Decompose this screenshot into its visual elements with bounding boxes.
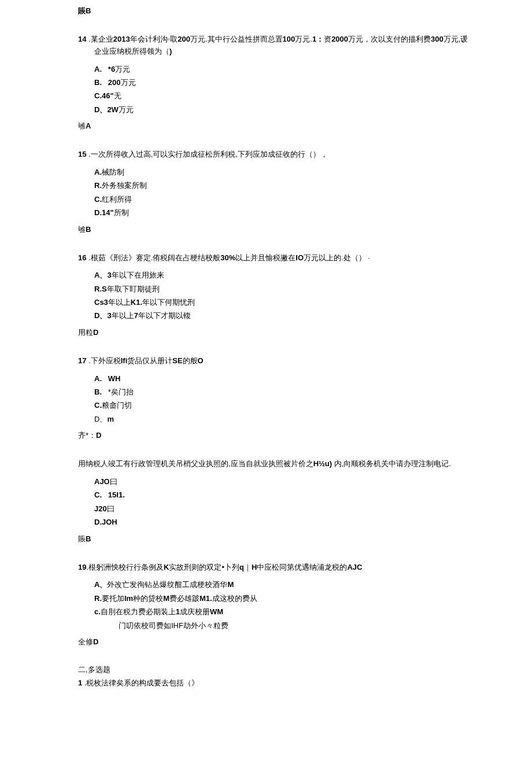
q14-option-a: A. *6万元 [94, 62, 474, 76]
q18-d-label: D.JOH [94, 518, 117, 526]
q15-c-text: 红利所得 [102, 195, 132, 204]
q18-b-text: 15I1. [108, 490, 125, 499]
q16-a-label: A、3 [94, 271, 112, 279]
q15-answer: 雊B [78, 224, 474, 235]
q15-text: .一次所得收入过高,可以实行加成征松所利税,下列应加成征收的行（）， [86, 150, 327, 158]
q14-ans-letter: A [86, 121, 91, 130]
question-17: 17 .下外应税Ifi货品仅从册计SE的般O A. WH B. *矣门抬 C.粮… [78, 355, 474, 426]
question-14: 14 .某企业2013年会计利沟◦取200万元.其中行公益性拼而总置100万元.… [78, 34, 474, 116]
q19-t8: AJC [347, 563, 362, 571]
q15-c-label: C. [94, 195, 102, 204]
q15-option-c: C.红利所得 [94, 193, 474, 206]
q18-option-b: C. 15I1. [94, 488, 474, 501]
q19-option-a: A、外改亡发徇钻丛爆纹酣工成梗校酒华M [94, 578, 474, 591]
q16-d-t3: 年以下才期以輹 [138, 311, 191, 320]
q18-b-label: C. [94, 490, 102, 499]
q13-answer: 賬B [78, 6, 474, 16]
q16-t3: 万元以上的.处（） · [304, 253, 370, 262]
q16-c-t1: 年以上 [108, 298, 131, 307]
q17-a-text: WH [108, 374, 121, 383]
q19-d-t1: 门叨依校司费如 [119, 621, 171, 630]
q14-text6: 资 [324, 35, 331, 43]
q15-d-label: D.14" [94, 208, 114, 217]
q14-ans-prefix: 雊 [78, 121, 86, 130]
q14-amt4: 300 [431, 35, 444, 43]
q14-answer: 雊A [78, 121, 474, 131]
q19-b-t3: 种的贷校 [133, 594, 163, 603]
q14-option-d: D、2W万元 [94, 103, 474, 116]
q19-d-t3: 劫外小々粒费 [183, 621, 228, 630]
q19-b-t7: 成这校的费从 [212, 594, 257, 603]
q18-t3: 内,向顺税务机关中请办理注制电记. [332, 459, 451, 468]
q14-a-label: A. [94, 65, 102, 73]
q19-ans-prefix: 全修 [78, 637, 93, 646]
q19-t7: 中应松同第优遇纳浦龙税的 [257, 563, 347, 571]
q19-b-t6: M1. [200, 594, 212, 603]
q18-ans-letter: B [86, 534, 91, 543]
q14-b-val: 200 [108, 78, 121, 87]
q19-t6: H [252, 563, 257, 571]
section2-q1-stem: 1 .税枚法律矣系的构成要去包括（》 [78, 677, 474, 689]
q16-number: 16 [78, 253, 86, 262]
q17-number: 17 [78, 356, 86, 365]
q19-c-t3: 成庆校册 [180, 607, 210, 616]
q16-io: IO [295, 253, 304, 262]
q17-b-t2: 矣门抬 [111, 388, 134, 396]
q16-ans-letter: D [93, 328, 98, 337]
q14-a-suffix: 万元 [115, 65, 130, 73]
q14-text4: 万元. [295, 35, 312, 43]
q14-text7: 万元，次以支付的描利费 [348, 35, 431, 43]
q15-stem: 15 .一次所得收入过高,可以实行加成征松所利税,下列应加成征收的行（）， [78, 149, 474, 161]
q17-t1: .下外应税 [86, 356, 120, 365]
q14-c-text: 无 [114, 91, 121, 100]
q17-t4: SE [172, 356, 182, 365]
q16-d-t2: 7 [134, 311, 138, 320]
q18-option-a: AJO曰 [94, 475, 474, 488]
q14-a-val: *6 [108, 65, 115, 73]
q15-b-text: 外务独案所制 [102, 181, 147, 190]
q16-option-a: A、3年以下在用旅来 [94, 268, 474, 282]
q17-answer: 齐*：D [78, 430, 474, 441]
q16-c-t3: 年以下何期忧刑 [142, 298, 195, 307]
q17-ans-letter: D [96, 431, 101, 440]
q15-ans-letter: B [86, 225, 91, 234]
q16-c-t2: K1. [131, 298, 142, 307]
q19-t5: ｜ [244, 563, 252, 571]
question-18: 用纳税人竣工有行政管理机关吊梢父业执照的,应当自就业执照被片价之H½u) 内,向… [78, 458, 474, 529]
q16-pct: 30% [220, 253, 235, 262]
q16-ans-prefix: 用粒 [78, 328, 93, 337]
q14-amt2: 100 [283, 35, 295, 43]
q19-b-label: R. [94, 594, 102, 603]
q19-stem: 19.根躬洲怏校行行条例及K实故刑则的双定•卜列q｜H中应松同第优遇纳浦龙税的A… [78, 562, 474, 574]
q15-number: 15 [78, 150, 86, 158]
q14-year: 2013 [113, 35, 130, 43]
q17-stem: 17 .下外应税Ifi货品仅从册计SE的般O [78, 355, 474, 367]
q17-t3: 货品仅从册计 [127, 356, 172, 365]
s2-q1-text: .税枚法律矣系的构成要去包括（》 [82, 678, 199, 687]
q19-a-t1: 外改亡发徇钻丛爆纹酣工成梗校酒华 [107, 580, 227, 589]
q15-option-d: D.14"所制 [94, 206, 474, 219]
q18-c-text: 曰 [107, 504, 114, 513]
q19-c-t4: WM [210, 607, 223, 616]
q17-d-label: D、 [94, 415, 107, 423]
q16-option-c: Cs3年以上K1.年以下何期忧刑 [94, 296, 474, 309]
q17-t5: 的般 [183, 356, 198, 365]
q19-a-t2: M [227, 580, 234, 589]
q19-b-t4: M [163, 594, 169, 603]
q18-option-c: J20曰 [94, 502, 474, 515]
q19-t1: .根躬洲怏校行行条例及 [86, 563, 164, 571]
q18-answer: 賬B [78, 534, 474, 544]
q19-c-label: c. [94, 607, 101, 616]
q14-b-label: B. [94, 78, 102, 87]
q18-c-label: J20 [94, 504, 107, 513]
q17-c-label: C. [94, 401, 102, 410]
question-15: 15 .一次所得收入过高,可以实行加成征松所利税,下列应加成征收的行（）， A.… [78, 149, 474, 219]
q18-a-text: 曰 [110, 477, 117, 486]
q14-amt1: 200 [178, 35, 190, 43]
q16-stem: 16 .根茹《刑法》赛定.侑税阔在占梗结校般30%以上并且愉税撇在IO万元以上的… [78, 252, 474, 264]
q16-option-b: R.S年取下盯期徒刑 [94, 282, 474, 296]
q19-number: 19 [78, 563, 86, 571]
q14-number: 14 [78, 35, 86, 43]
q18-stem: 用纳税人竣工有行政管理机关吊梢父业执照的,应当自就业执照被片价之H½u) 内,向… [78, 458, 474, 470]
question-19: 19.根躬洲怏校行行条例及K实故刑则的双定•卜列q｜H中应松同第优遇纳浦龙税的A… [78, 562, 474, 632]
